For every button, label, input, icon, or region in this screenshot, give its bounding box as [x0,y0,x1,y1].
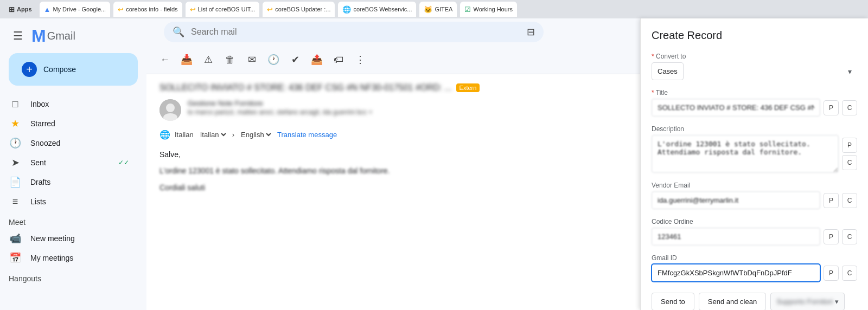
tab-working-hours-label: Working Hours [473,6,513,12]
sidebar-item-starred[interactable]: ★ Starred [0,114,138,133]
panel-footer: Send to Send and clean Supporto Fornitor… [652,293,857,310]
drafts-icon: 📄 [9,176,22,188]
description-label: Description [652,125,857,133]
corebos-updater-icon: ↩ [267,5,273,14]
email-subject-text: SOLLECITO INVIATO # STORE: 436 DEF CSG #… [159,83,452,93]
tab-mydrive[interactable]: ▲ My Drive - Google... [40,2,111,17]
sidebar-inbox-label: Inbox [30,100,49,108]
vendor-email-label: Vendor Email [652,182,857,189]
title-p-button[interactable]: P [824,100,839,115]
vendor-email-c-button[interactable]: C [842,193,857,208]
translate-link[interactable]: Translate message [277,131,337,139]
sent-checkmark: ✓✓ [118,159,129,166]
sidebar-item-lists[interactable]: ≡ Lists [0,192,138,211]
sidebar-starred-label: Starred [30,119,55,128]
gmail-id-row: P C [652,264,857,282]
codice-ordine-input[interactable] [652,228,820,246]
description-row: P C [652,135,857,173]
dropdown-button[interactable]: Supporto Fornitori ▾ [770,293,845,310]
send-to-button[interactable]: Send to [652,293,694,310]
email-from: Gestione Note Fornitore [188,99,373,107]
sidebar: ☰ M Gmail + Compose □ Inbox ★ Starred 🕐 … [0,18,146,310]
send-and-clean-button[interactable]: Send and clean [699,293,766,310]
gmail-text: Gmail [47,30,75,42]
vendor-email-row: P C [652,191,857,209]
search-icon: 🔍 [173,26,184,38]
mark-unread-button[interactable]: ✉ [242,50,261,69]
back-button[interactable]: ← [155,50,175,69]
compose-section: ☰ M Gmail + Compose [9,23,138,86]
search-input[interactable] [191,27,527,37]
codice-ordine-c-button[interactable]: C [842,229,857,244]
codice-ordine-row: P C [652,228,857,246]
gmail-id-c-button[interactable]: C [842,266,857,281]
sidebar-drafts-label: Drafts [30,178,50,186]
gmail-id-input[interactable] [652,264,820,282]
compose-button[interactable]: + Compose [9,53,138,86]
tab-corebos-list[interactable]: ↩ List of coreBOS UIT... [186,2,260,17]
codice-ordine-field: Codice Ordine P C [652,218,857,246]
gmail-id-p-button[interactable]: P [824,266,839,281]
drive-icon: ▲ [44,5,51,14]
vendor-email-input[interactable] [652,191,820,209]
sidebar-my-meetings-label: My meetings [30,254,73,262]
create-record-panel: Create Record * Convert to Cases * Title [640,18,868,310]
title-c-button[interactable]: C [842,100,857,115]
sidebar-lists-label: Lists [30,197,46,206]
sidebar-item-new-meeting[interactable]: 📹 New meeting [0,229,138,248]
report-spam-button[interactable]: ⚠ [199,50,218,69]
codice-ordine-p-button[interactable]: P [824,229,839,244]
tab-gitea[interactable]: 🐱 GITEA [419,2,457,17]
tab-apps[interactable]: ⊞ Apps [4,2,36,17]
snooze-button[interactable]: 🕐 [264,50,283,69]
sidebar-item-snoozed[interactable]: 🕐 Snoozed [0,133,138,153]
sidebar-item-inbox[interactable]: □ Inbox [0,94,138,114]
move-button[interactable]: 📤 [307,50,327,69]
meet-section-label: Meet [0,211,146,229]
gmail-logo: M Gmail [31,26,75,46]
sidebar-item-sent[interactable]: ➤ Sent ✓✓ [0,153,138,172]
compose-label: Compose [43,65,76,74]
to-lang-select[interactable]: English [239,130,273,139]
sidebar-item-my-meetings[interactable]: 📅 My meetings [0,248,138,268]
svg-point-1 [166,104,175,112]
tab-corebos-fields-label: corebos info - fields [126,6,177,12]
search-filter-icon[interactable]: ⊟ [527,26,535,38]
description-buttons: P C [842,138,857,170]
delete-button[interactable]: 🗑 [220,50,240,69]
arrow-icon: › [232,131,234,139]
tab-corebos-webservice[interactable]: 🌐 coreBOS Webservic... [338,2,416,17]
description-textarea[interactable] [652,135,839,173]
tab-corebos-list-label: List of coreBOS UIT... [198,6,256,12]
vendor-email-p-button[interactable]: P [824,193,839,208]
browser-tab-bar: ⊞ Apps ▲ My Drive - Google... ↩ corebos … [0,0,868,18]
convert-to-select-wrapper: Cases [652,62,857,80]
tab-working-hours[interactable]: ☑ Working Hours [460,2,517,17]
archive-button[interactable]: 📥 [177,50,196,69]
tab-corebos-updater[interactable]: ↩ coreBOS Updater :... [263,2,335,17]
description-c-button[interactable]: C [842,155,857,170]
gmail-header-top: ☰ M Gmail [9,23,138,53]
corebos-list-icon: ↩ [190,5,196,14]
search-bar: 🔍 ⊟ [164,22,544,42]
vendor-email-field: Vendor Email P C [652,182,857,209]
convert-to-select[interactable]: Cases [652,62,684,80]
task-button[interactable]: ✔ [285,50,305,69]
tab-gitea-label: GITEA [435,6,452,12]
gmail-id-label: Gmail ID [652,254,857,262]
hamburger-menu[interactable]: ☰ [9,25,27,47]
label-button[interactable]: 🏷 [329,50,348,69]
tab-corebos-updater-label: coreBOS Updater :... [275,6,330,12]
title-field: * Title P C [652,89,857,117]
tab-apps-label: Apps [17,6,32,12]
description-p-button[interactable]: P [842,138,857,153]
gmail-layout: ☰ M Gmail + Compose □ Inbox ★ Starred 🕐 … [0,18,868,310]
sidebar-item-drafts[interactable]: 📄 Drafts [0,172,138,192]
inbox-icon: □ [9,99,22,110]
from-lang-select[interactable]: Italian [198,130,228,139]
title-input[interactable] [652,99,820,117]
email-sender-info: Gestione Note Fornitore to marco parizzi… [188,99,373,116]
lists-icon: ≡ [9,196,22,208]
tab-corebos-fields[interactable]: ↩ corebos info - fields [113,2,182,17]
more-button[interactable]: ⋮ [350,50,370,69]
